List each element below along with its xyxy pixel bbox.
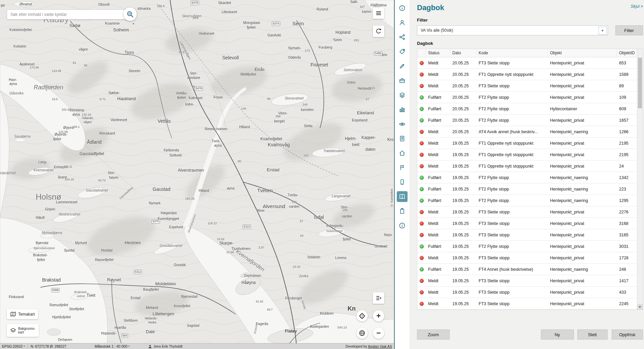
table-row[interactable]: Fullført 20.05.25 FT2 Flytte stopp Hente… (417, 115, 637, 126)
tag-icon[interactable] (397, 46, 408, 57)
report-list-icon[interactable] (397, 133, 408, 144)
clipboard-icon[interactable] (397, 206, 408, 216)
locate-button[interactable] (356, 310, 368, 322)
row-date: 19.05.25 (450, 141, 477, 146)
status-dot-cell (417, 61, 426, 65)
row-code: FT2 Flytte stopp (477, 187, 548, 192)
info-icon[interactable] (397, 3, 408, 13)
bakgrunnskart-button[interactable]: Bakgrunns- kart (7, 324, 39, 337)
table-row[interactable]: Meldt 19.05.25 FT3 Slette stopp Hentepun… (417, 229, 637, 241)
share-icon[interactable] (397, 32, 408, 42)
row-object: Hentepunkt_privat (548, 141, 617, 146)
status-dot-cell (417, 72, 426, 77)
status-dot (420, 61, 424, 65)
row-date: 19.05.25 (450, 210, 477, 214)
status-dot-cell (417, 141, 426, 145)
table-row[interactable]: Fullført 20.05.25 FT2 Flytte stopp Hente… (417, 92, 637, 103)
map-viewport[interactable]: gaØlvatnetOlsvollstmarkaSkardetSølli-Fla… (0, 0, 394, 349)
refresh-map-button[interactable] (373, 26, 384, 37)
scale-selector[interactable]: Målestokk 1 : 40 000 ▾ (95, 344, 129, 348)
table-row[interactable]: Fullført 19.05.25 FT2 Flytte stopp Hente… (417, 195, 637, 206)
table-row[interactable]: Meldt 20.05.25 FT1 Opprette nytt stopppu… (417, 69, 637, 80)
statistics-icon[interactable] (397, 104, 408, 115)
table-row[interactable]: Meldt 19.05.25 FT1 Opprette nytt stopppu… (417, 149, 637, 161)
table-row[interactable]: Fullført 19.05.25 FT2 Flytte stopp Hente… (417, 241, 637, 252)
hide-panel-link[interactable]: Skjul > (631, 4, 643, 9)
table-row[interactable]: Meldt 19.05.25 FT1 Opprette nytt stopppu… (417, 138, 637, 149)
row-date: 20.05.25 (450, 72, 477, 77)
status-dot-cell (417, 130, 426, 134)
col-objektid[interactable]: ObjektID (617, 49, 637, 57)
person-icon (148, 345, 152, 348)
status-dot-cell (417, 107, 426, 111)
mobile-icon[interactable] (397, 177, 408, 187)
row-status: Fullført (426, 267, 450, 272)
col-kode[interactable]: Kode (477, 49, 548, 57)
scrollbar-thumb[interactable] (638, 58, 642, 108)
zoom-out-button[interactable]: − (373, 327, 384, 339)
table-row[interactable]: Fullført 19.05.25 FT2 Flytte stopp Hente… (417, 172, 637, 183)
globe-button[interactable] (356, 327, 368, 339)
about-info-icon[interactable] (397, 220, 408, 231)
table-row[interactable]: Meldt 19.05.25 FT3 Slette stopp Hentepun… (417, 298, 637, 310)
row-code: FT3 Slette stopp (477, 221, 548, 226)
status-dot (420, 84, 424, 88)
search-options-caret-icon[interactable]: ▾ (133, 22, 134, 25)
col-status[interactable]: Status (426, 49, 450, 57)
col-objekt[interactable]: Objekt (548, 49, 617, 57)
table-row[interactable]: Meldt 19.05.25 FT3 Slette stopp Hentepun… (417, 218, 637, 229)
home-icon[interactable] (397, 148, 408, 158)
table-row[interactable]: Fullført 19.05.25 FT4 Annet (husk beskri… (417, 264, 637, 275)
row-object: Hentepunkt_privat (548, 72, 617, 77)
row-date: 20.05.25 (450, 84, 477, 88)
scrollbar-down-arrow[interactable]: ▼ (637, 304, 643, 310)
delete-button[interactable]: Slett (577, 329, 608, 340)
visibility-eye-icon[interactable] (397, 119, 408, 129)
diary-book-icon[interactable] (397, 191, 408, 202)
row-code: FT4 Annet (husk beskrivelse) (477, 267, 548, 272)
table-row[interactable]: Meldt 19.05.25 FT1 Opprette nytt stopppu… (417, 161, 637, 172)
page-title: Dagbok (417, 3, 444, 12)
new-button[interactable]: Ny (541, 329, 574, 340)
status-dot-cell (417, 222, 426, 226)
table-row[interactable]: Meldt 19.05.25 FT3 Slette stopp Hentepun… (417, 252, 637, 264)
table-row[interactable]: Fullført 20.05.25 FT2 Flytte stopp Hytte… (417, 103, 637, 115)
table-scrollbar[interactable]: ▼ (637, 49, 643, 310)
filter-dropdown[interactable]: VA Vis alle (50stk) ▼ (417, 25, 608, 35)
dropdown-arrow-icon[interactable]: ▼ (599, 27, 607, 35)
table-row[interactable]: Meldt 19.05.25 FT3 Slette stopp Hentepun… (417, 206, 637, 218)
table-row[interactable]: Meldt 20.05.25 FT3 Slette stopp Hentepun… (417, 80, 637, 92)
scale-value: Målestokk 1 : 40 000 (95, 344, 127, 348)
row-objectid: 24 (617, 164, 637, 169)
flag-pin-icon[interactable] (397, 162, 408, 173)
temakart-button[interactable]: Temakart (7, 309, 38, 319)
table-row[interactable]: Meldt 20.05.25 FT3 Slette stopp Hentepun… (417, 57, 637, 69)
toolbox-icon[interactable] (397, 75, 408, 86)
epsg-selector[interactable]: EPSG:32632 ▾ (2, 344, 25, 348)
refresh-list-button[interactable]: Oppfrisk (612, 329, 643, 340)
row-code: FT3 Slette stopp (477, 290, 548, 295)
table-row[interactable]: Meldt 20.05.25 AT4 Avvik annet (husk bes… (417, 126, 637, 138)
draw-pencil-icon[interactable] (397, 61, 408, 71)
table-row[interactable]: Meldt 19.05.25 FT3 Slette stopp Hentepun… (417, 287, 637, 298)
search-input[interactable] (7, 9, 127, 20)
search-settings-button[interactable] (123, 7, 137, 21)
zoom-in-button[interactable]: + (373, 310, 384, 322)
table-row[interactable]: Fullført 19.05.25 FT2 Flytte stopp Hente… (417, 183, 637, 195)
menu-button[interactable] (373, 7, 384, 19)
developer-link[interactable]: Asplan Viak AS (368, 344, 392, 348)
user-icon[interactable] (397, 17, 408, 28)
legend-button[interactable] (373, 292, 384, 304)
col-dato[interactable]: Dato (450, 49, 477, 57)
row-code: FT2 Flytte stopp (477, 118, 548, 123)
crosshair-icon (359, 313, 365, 319)
filter-button[interactable]: Filter (615, 25, 643, 35)
layers-icon[interactable] (397, 90, 408, 100)
row-status: Meldt (426, 279, 450, 283)
zoom-button[interactable]: Zoom (417, 329, 450, 340)
table-row[interactable]: Meldt 19.05.25 FT3 Slette stopp Hentepun… (417, 275, 637, 287)
status-dot-cell (417, 256, 426, 260)
row-object: Hentepunkt_naering (548, 175, 617, 180)
terrain-map (0, 0, 394, 343)
status-dot (420, 141, 424, 145)
